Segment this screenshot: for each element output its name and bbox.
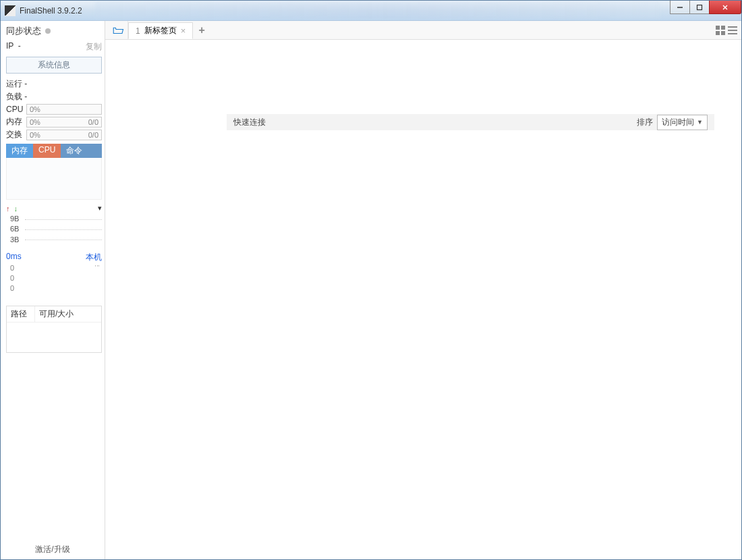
swap-extra: 0/0 [88,131,98,139]
swap-meter: 交换 0%0/0 [6,129,102,140]
tab-label: 新标签页 [144,25,177,36]
folder-open-icon [112,24,124,36]
sort-dropdown[interactable]: 访问时间 ▼ [657,115,708,130]
content-area: 快速连接 排序 访问时间 ▼ [105,40,741,559]
memory-extra: 0/0 [88,118,98,126]
maximize-button[interactable] [689,1,710,14]
cpu-value: 0% [30,105,40,113]
grid-view-icon[interactable] [716,26,725,35]
network-scale: 9B 6B 3B [6,214,102,245]
page-tab[interactable]: 1 新标签页 × [128,22,193,39]
ping-host[interactable]: 本机 [86,252,102,263]
sidebar: 同步状态 IP - 复制 系统信息 运行 - 负载 - CPU 0% 内存 0%… [1,21,105,559]
titlebar-background [95,2,660,19]
app-window: FinalShell 3.9.2.2 同步状态 IP - 复制 系统信 [0,0,742,560]
sync-status-row: 同步状态 [6,25,102,37]
close-button[interactable] [709,1,741,14]
close-icon [722,4,729,11]
memory-value: 0% [30,118,40,126]
system-info-button[interactable]: 系统信息 [6,57,102,74]
swap-value: 0% [30,131,40,139]
activate-link[interactable]: 激活/升级 [1,544,105,555]
network-row: ↑ ↓ ▾ [6,204,102,213]
maximize-icon [696,4,703,11]
tab-memory[interactable]: 内存 [6,144,33,158]
download-icon: ↓ [14,204,18,213]
main-area: 1 新标签页 × + 快速连接 排序 访问时间 ▼ [105,21,741,559]
swap-label: 交换 [6,129,26,140]
cpu-meter: CPU 0% [6,104,102,115]
load-row: 负载 - [6,91,102,103]
sync-status-dot-icon [45,28,51,34]
open-folder-button[interactable] [108,21,128,39]
tab-index: 1 [136,26,140,36]
body-area: 同步状态 IP - 复制 系统信息 运行 - 负载 - CPU 0% 内存 0%… [1,21,741,559]
ping-latency: 0ms [6,252,22,263]
minimize-button[interactable] [670,1,690,14]
ip-label: IP - [6,41,21,53]
ping-row: 0ms 本机 [6,252,102,263]
tab-cpu[interactable]: CPU [33,144,61,158]
memory-meter: 内存 0%0/0 [6,116,102,128]
ping-handle-icon[interactable]: ⋮ [93,263,101,269]
disk-col-path[interactable]: 路径 [7,306,35,322]
tab-close-icon[interactable]: × [181,26,186,36]
minimize-icon [677,4,683,11]
cpu-label: CPU [6,105,26,114]
quick-connect-bar: 快速连接 排序 访问时间 ▼ [227,114,714,130]
tab-command[interactable]: 命令 [61,144,102,158]
tabbar: 1 新标签页 × + [105,21,741,40]
list-view-icon[interactable] [728,26,737,35]
svg-rect-1 [697,5,702,9]
view-mode-controls [716,21,737,39]
ip-row: IP - 复制 [6,41,102,53]
quick-connect-label: 快速连接 [233,117,266,128]
monitor-tabs: 内存 CPU 命令 [6,144,102,158]
app-icon [5,5,16,16]
disk-col-size[interactable]: 可用/大小 [35,306,78,322]
upload-icon: ↑ [6,204,10,213]
monitor-graph [6,158,102,200]
copy-ip-button[interactable]: 复制 [86,41,102,53]
runtime-row: 运行 - [6,78,102,90]
sync-status-label: 同步状态 [6,25,41,37]
add-tab-button[interactable]: + [193,21,210,39]
memory-label: 内存 [6,116,26,128]
disk-table: 路径 可用/大小 [6,306,102,353]
window-controls [670,1,741,14]
titlebar[interactable]: FinalShell 3.9.2.2 [1,1,741,21]
ping-scale: 0 0 0 ⋮ [6,263,102,293]
window-title: FinalShell 3.9.2.2 [20,6,82,16]
sort-value: 访问时间 [662,117,694,128]
network-dropdown-icon[interactable]: ▾ [98,204,102,213]
chevron-down-icon: ▼ [697,119,703,125]
sort-label: 排序 [637,117,653,128]
